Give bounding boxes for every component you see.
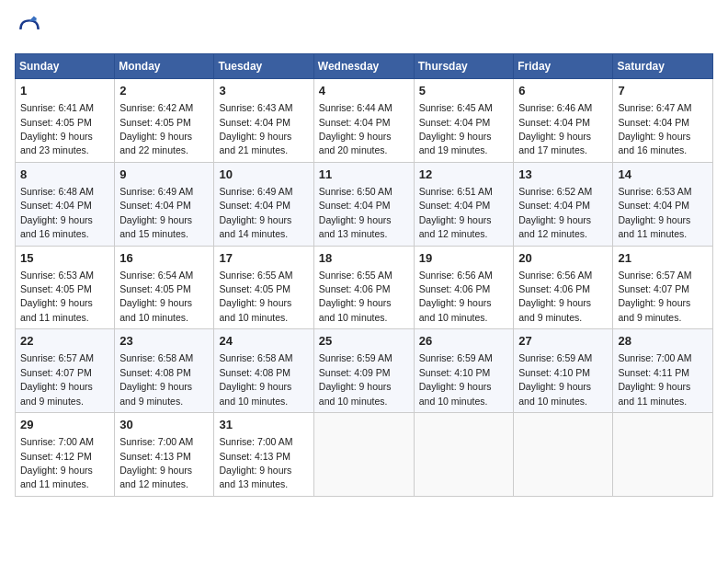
cell-sunset: Sunset: 4:04 PM [319, 200, 391, 211]
cell-daylight: Daylight: 9 hours and 9 minutes. [518, 297, 591, 322]
day-number: 14 [618, 167, 708, 183]
calendar-cell: 2Sunrise: 6:42 AMSunset: 4:05 PMDaylight… [115, 79, 214, 163]
cell-sunset: Sunset: 4:13 PM [219, 451, 290, 462]
cell-sunset: Sunset: 4:05 PM [119, 283, 191, 294]
week-row-4: 22Sunrise: 6:57 AMSunset: 4:07 PMDayligh… [16, 329, 713, 413]
day-header-tuesday: Tuesday [214, 54, 313, 79]
calendar-cell: 5Sunrise: 6:45 AMSunset: 4:04 PMDaylight… [414, 79, 514, 163]
calendar-cell: 4Sunrise: 6:44 AMSunset: 4:04 PMDaylight… [313, 79, 414, 163]
cell-sunrise: Sunrise: 6:57 AM [20, 352, 94, 363]
cell-sunrise: Sunrise: 6:58 AM [119, 352, 193, 363]
cell-sunset: Sunset: 4:13 PM [119, 451, 191, 462]
calendar-cell [613, 413, 713, 497]
cell-daylight: Daylight: 9 hours and 10 minutes. [319, 297, 392, 322]
cell-daylight: Daylight: 9 hours and 10 minutes. [219, 381, 291, 406]
cell-sunrise: Sunrise: 7:00 AM [219, 436, 292, 447]
calendar-cell: 23Sunrise: 6:58 AMSunset: 4:08 PMDayligh… [115, 329, 214, 413]
calendar-cell [514, 413, 613, 497]
calendar-cell: 28Sunrise: 7:00 AMSunset: 4:11 PMDayligh… [613, 329, 713, 413]
calendar-cell [414, 413, 514, 497]
cell-sunset: Sunset: 4:04 PM [219, 200, 290, 211]
cell-sunset: Sunset: 4:04 PM [419, 117, 491, 128]
calendar-cell: 30Sunrise: 7:00 AMSunset: 4:13 PMDayligh… [115, 413, 214, 497]
cell-daylight: Daylight: 9 hours and 23 minutes. [20, 131, 93, 155]
cell-sunset: Sunset: 4:04 PM [219, 117, 290, 128]
day-number: 12 [419, 167, 509, 183]
calendar-cell: 15Sunrise: 6:53 AMSunset: 4:05 PMDayligh… [16, 246, 115, 329]
day-number: 8 [20, 167, 109, 183]
cell-sunset: Sunset: 4:04 PM [319, 117, 391, 128]
day-number: 7 [618, 83, 708, 99]
day-number: 21 [618, 250, 708, 267]
calendar-cell: 10Sunrise: 6:49 AMSunset: 4:04 PMDayligh… [214, 162, 313, 246]
cell-sunset: Sunset: 4:05 PM [219, 283, 290, 294]
cell-daylight: Daylight: 9 hours and 10 minutes. [319, 381, 392, 406]
cell-daylight: Daylight: 9 hours and 11 minutes. [20, 465, 93, 489]
cell-sunrise: Sunrise: 7:00 AM [20, 436, 94, 447]
cell-sunrise: Sunrise: 6:58 AM [219, 352, 292, 363]
day-number: 24 [219, 333, 308, 350]
cell-daylight: Daylight: 9 hours and 16 minutes. [618, 131, 690, 155]
day-number: 11 [319, 167, 409, 183]
calendar-cell: 22Sunrise: 6:57 AMSunset: 4:07 PMDayligh… [16, 329, 115, 413]
cell-sunrise: Sunrise: 6:44 AM [319, 102, 392, 113]
cell-sunrise: Sunrise: 6:47 AM [618, 102, 691, 113]
cell-sunrise: Sunrise: 6:55 AM [219, 270, 292, 281]
cell-sunrise: Sunrise: 6:56 AM [419, 270, 493, 281]
cell-daylight: Daylight: 9 hours and 17 minutes. [518, 131, 591, 155]
cell-sunrise: Sunrise: 6:51 AM [419, 186, 493, 197]
cell-sunrise: Sunrise: 6:52 AM [518, 186, 592, 197]
cell-daylight: Daylight: 9 hours and 21 minutes. [219, 131, 291, 155]
cell-sunrise: Sunrise: 6:57 AM [618, 270, 691, 281]
day-number: 19 [419, 250, 509, 267]
cell-sunset: Sunset: 4:04 PM [518, 200, 590, 211]
cell-daylight: Daylight: 9 hours and 10 minutes. [419, 381, 492, 406]
cell-sunrise: Sunrise: 6:54 AM [119, 270, 193, 281]
cell-sunset: Sunset: 4:06 PM [419, 283, 491, 294]
cell-sunrise: Sunrise: 6:46 AM [518, 102, 592, 113]
cell-sunset: Sunset: 4:05 PM [20, 117, 92, 128]
calendar-cell: 17Sunrise: 6:55 AMSunset: 4:05 PMDayligh… [214, 246, 313, 329]
cell-daylight: Daylight: 9 hours and 13 minutes. [319, 214, 392, 239]
day-number: 25 [319, 333, 409, 350]
calendar-cell: 24Sunrise: 6:58 AMSunset: 4:08 PMDayligh… [214, 329, 313, 413]
cell-daylight: Daylight: 9 hours and 14 minutes. [219, 214, 291, 239]
cell-daylight: Daylight: 9 hours and 20 minutes. [319, 131, 392, 155]
cell-daylight: Daylight: 9 hours and 10 minutes. [518, 381, 591, 406]
cell-daylight: Daylight: 9 hours and 19 minutes. [419, 131, 492, 155]
cell-sunset: Sunset: 4:12 PM [20, 451, 92, 462]
day-number: 9 [119, 167, 209, 183]
logo-icon [15, 15, 44, 44]
calendar-cell: 8Sunrise: 6:48 AMSunset: 4:04 PMDaylight… [16, 162, 115, 246]
cell-sunrise: Sunrise: 7:00 AM [119, 436, 193, 447]
cell-sunset: Sunset: 4:04 PM [419, 200, 491, 211]
cell-sunset: Sunset: 4:04 PM [119, 200, 191, 211]
cell-sunrise: Sunrise: 7:00 AM [618, 352, 691, 363]
logo [15, 15, 48, 44]
day-number: 15 [20, 250, 109, 267]
cell-daylight: Daylight: 9 hours and 16 minutes. [20, 214, 93, 239]
day-number: 28 [618, 333, 708, 350]
cell-daylight: Daylight: 9 hours and 10 minutes. [219, 297, 291, 322]
week-row-5: 29Sunrise: 7:00 AMSunset: 4:12 PMDayligh… [16, 413, 713, 497]
cell-daylight: Daylight: 9 hours and 10 minutes. [419, 297, 492, 322]
calendar-cell: 14Sunrise: 6:53 AMSunset: 4:04 PMDayligh… [613, 162, 713, 246]
calendar-cell: 27Sunrise: 6:59 AMSunset: 4:10 PMDayligh… [514, 329, 613, 413]
cell-daylight: Daylight: 9 hours and 10 minutes. [119, 297, 192, 322]
cell-daylight: Daylight: 9 hours and 9 minutes. [618, 297, 690, 322]
cell-sunrise: Sunrise: 6:45 AM [419, 102, 493, 113]
cell-daylight: Daylight: 9 hours and 9 minutes. [20, 381, 93, 406]
calendar-cell: 3Sunrise: 6:43 AMSunset: 4:04 PMDaylight… [214, 79, 313, 163]
cell-daylight: Daylight: 9 hours and 12 minutes. [419, 214, 492, 239]
cell-sunrise: Sunrise: 6:50 AM [319, 186, 392, 197]
cell-sunset: Sunset: 4:09 PM [319, 367, 391, 378]
calendar-cell: 19Sunrise: 6:56 AMSunset: 4:06 PMDayligh… [414, 246, 514, 329]
cell-sunrise: Sunrise: 6:55 AM [319, 270, 392, 281]
day-number: 10 [219, 167, 308, 183]
cell-sunset: Sunset: 4:04 PM [518, 117, 590, 128]
cell-sunrise: Sunrise: 6:56 AM [518, 270, 592, 281]
day-number: 4 [319, 83, 409, 99]
calendar-cell: 21Sunrise: 6:57 AMSunset: 4:07 PMDayligh… [613, 246, 713, 329]
calendar-cell: 6Sunrise: 6:46 AMSunset: 4:04 PMDaylight… [514, 79, 613, 163]
calendar-cell: 16Sunrise: 6:54 AMSunset: 4:05 PMDayligh… [115, 246, 214, 329]
